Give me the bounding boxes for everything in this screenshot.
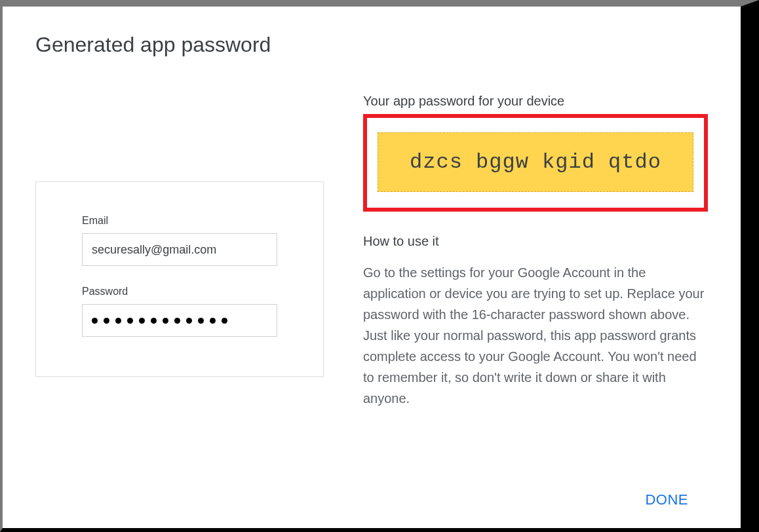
password-dot: [151, 318, 157, 324]
email-field[interactable]: [82, 233, 277, 266]
password-field[interactable]: [82, 304, 277, 337]
password-dot: [127, 318, 133, 324]
password-dot: [163, 318, 168, 324]
content-row: Email Password Your app password for you…: [35, 90, 708, 409]
generated-password-display[interactable]: dzcs bggw kgid qtdo: [378, 132, 693, 192]
left-column: Email Password: [35, 90, 324, 409]
dialog-title: Generated app password: [35, 33, 708, 57]
password-field-group: Password: [82, 286, 277, 337]
password-dot: [104, 318, 109, 324]
password-highlight-box: dzcs bggw kgid qtdo: [363, 114, 708, 212]
password-label: Password: [82, 286, 277, 297]
login-preview-card: Email Password: [35, 181, 324, 377]
password-dot: [210, 318, 216, 324]
dialog-frame: Generated app password Email Password Yo…: [0, 0, 759, 532]
howto-label: How to use it: [363, 234, 708, 249]
right-column: Your app password for your device dzcs b…: [363, 90, 708, 409]
instructions-text: Go to the settings for your Google Accou…: [363, 262, 708, 409]
password-dot: [186, 318, 192, 324]
password-dot: [139, 318, 145, 324]
email-label: Email: [82, 215, 277, 227]
password-dot: [92, 318, 98, 324]
password-dot: [174, 318, 180, 324]
email-field-group: Email: [82, 215, 277, 266]
password-section-label: Your app password for your device: [363, 94, 708, 109]
password-dot: [198, 318, 204, 324]
app-password-dialog: Generated app password Email Password Yo…: [3, 7, 741, 528]
done-button[interactable]: DONE: [645, 491, 688, 508]
password-dot: [115, 318, 121, 324]
password-dot: [222, 318, 227, 324]
